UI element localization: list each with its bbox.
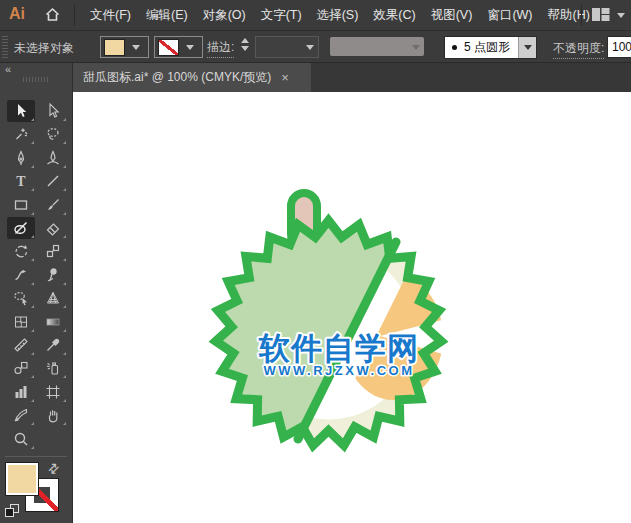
menu-items: 文件(F) 编辑(E) 对象(O) 文字(T) 选择(S) 效果(C) 视图(V… — [86, 0, 601, 30]
menu-select[interactable]: 选择(S) — [313, 7, 363, 24]
rectangle-tool[interactable] — [7, 194, 35, 216]
opacity-label[interactable]: 不透明度: — [553, 40, 604, 59]
slice-tool[interactable] — [7, 404, 35, 426]
paintbrush-tool[interactable] — [39, 194, 67, 216]
direct-selection-tool[interactable] — [39, 100, 67, 122]
workspace-chevron-icon[interactable] — [617, 13, 625, 18]
menu-view[interactable]: 视图(V) — [427, 7, 477, 24]
pen-tool[interactable] — [7, 147, 35, 169]
tab-close-icon[interactable]: × — [281, 70, 289, 85]
stepper-up-icon[interactable] — [241, 38, 249, 43]
mesh-tool[interactable] — [7, 311, 35, 333]
hand-tool[interactable] — [39, 404, 67, 426]
shape-builder-tool[interactable] — [7, 287, 35, 309]
menu-object[interactable]: 对象(O) — [199, 7, 250, 24]
magic-wand-tool[interactable] — [7, 123, 35, 145]
stroke-weight-label[interactable]: 描边: — [207, 39, 234, 58]
document-title: 甜瓜图标.ai* @ 100% (CMYK/预览) — [83, 69, 271, 86]
chevron-down-icon — [132, 45, 140, 50]
default-fill-stroke-icon[interactable] — [5, 504, 20, 517]
watermark-url: WWW.RJZXW.COM — [264, 363, 415, 378]
blend-tool[interactable] — [7, 357, 35, 379]
stepper-down-icon[interactable] — [241, 46, 249, 51]
brush-definition-value: 5 点圆形 — [464, 39, 510, 56]
menu-divider — [581, 4, 582, 26]
workspace-switcher-icon[interactable] — [592, 7, 610, 26]
svg-text:T: T — [16, 174, 26, 189]
variable-width-dropdown — [330, 37, 424, 56]
menu-divider — [74, 4, 75, 26]
watermark-title: 软件自学网 — [258, 331, 419, 366]
menu-edit[interactable]: 编辑(E) — [142, 7, 192, 24]
menu-file[interactable]: 文件(F) — [86, 7, 135, 24]
curvature-tool[interactable] — [39, 147, 67, 169]
scale-tool[interactable] — [39, 240, 67, 262]
opacity-field[interactable]: 100% — [607, 36, 631, 58]
illustrator-window: Ai 文件(F) 编辑(E) 对象(O) 文字(T) 选择(S) 效果(C) 视… — [0, 0, 631, 523]
selection-tool[interactable] — [7, 100, 35, 122]
perspective-grid-tool[interactable] — [39, 287, 67, 309]
stroke-none-swatch[interactable] — [158, 39, 179, 56]
eyedropper-tool[interactable] — [39, 334, 67, 356]
type-tool[interactable]: T — [7, 170, 35, 192]
toolbar-divider — [5, 456, 67, 457]
zoom-tool[interactable] — [7, 428, 35, 450]
melon-artwork[interactable]: 软件自学网 WWW.RJZXW.COM — [200, 185, 460, 457]
eraser-tool[interactable] — [39, 217, 67, 239]
line-segment-tool[interactable] — [39, 170, 67, 192]
menu-bar: Ai 文件(F) 编辑(E) 对象(O) 文字(T) 选择(S) 效果(C) 视… — [0, 0, 631, 31]
tool-panel: « T — [0, 63, 73, 523]
brush-dot-icon — [452, 45, 457, 50]
swap-fill-stroke-icon[interactable]: ⇄ — [44, 459, 62, 477]
symbol-sprayer-tool[interactable] — [39, 357, 67, 379]
chevron-down-icon — [306, 45, 314, 50]
fill-color-dropdown[interactable] — [100, 36, 149, 58]
home-icon[interactable] — [44, 6, 61, 27]
menu-window[interactable]: 窗口(W) — [483, 7, 536, 24]
ai-logo[interactable]: Ai — [9, 5, 25, 23]
column-graph-tool[interactable] — [7, 381, 35, 403]
rotate-tool[interactable] — [7, 240, 35, 262]
document-tab[interactable]: 甜瓜图标.ai* @ 100% (CMYK/预览) × — [73, 63, 311, 92]
selection-status: 未选择对象 — [14, 40, 74, 57]
width-tool[interactable] — [7, 264, 35, 286]
chevron-down-icon — [186, 45, 194, 50]
puppet-warp-tool[interactable] — [39, 264, 67, 286]
panel-drag-handle[interactable] — [23, 77, 49, 82]
stroke-weight-stepper[interactable] — [241, 38, 249, 51]
shaper-tool[interactable] — [7, 217, 35, 239]
panel-grip[interactable] — [2, 35, 8, 58]
control-bar: 未选择对象 描边: 5 点圆形 不透明 — [0, 31, 631, 63]
stroke-weight-field[interactable] — [255, 36, 319, 58]
gradient-tool[interactable] — [39, 311, 67, 333]
document-tab-bar: 甜瓜图标.ai* @ 100% (CMYK/预览) × — [73, 63, 631, 92]
fill-swatch-indicator[interactable] — [6, 463, 38, 495]
brush-chevron[interactable] — [518, 37, 536, 58]
menu-effect[interactable]: 效果(C) — [369, 7, 419, 24]
panel-collapse-icon[interactable]: « — [5, 63, 10, 75]
artboard-tool[interactable] — [39, 381, 67, 403]
lasso-tool[interactable] — [39, 123, 67, 145]
fill-swatch[interactable] — [104, 39, 125, 56]
ruler-tool[interactable] — [7, 334, 35, 356]
canvas[interactable]: 软件自学网 WWW.RJZXW.COM — [73, 92, 631, 523]
stroke-color-dropdown[interactable] — [154, 36, 203, 58]
chevron-down-icon — [412, 45, 420, 50]
menu-help[interactable]: 帮助(H) — [544, 7, 594, 24]
menu-type[interactable]: 文字(T) — [257, 7, 306, 24]
brush-definition-dropdown[interactable]: 5 点圆形 — [444, 36, 537, 59]
